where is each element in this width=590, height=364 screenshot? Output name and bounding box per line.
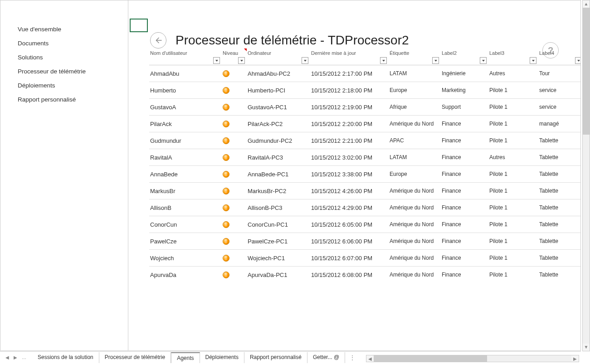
cell-label3: Pilote 1	[488, 82, 538, 99]
warning-level-icon: !	[223, 272, 229, 278]
sheet-tab[interactable]: Rapport personnalisé	[244, 352, 307, 363]
warning-level-icon: !	[223, 87, 229, 94]
table-row[interactable]: GustavoA ! GustavoA-PC1 10/15/2012 2:19:…	[149, 99, 580, 116]
cell-username: PilarAck	[149, 116, 222, 132]
table-row[interactable]: ConorCun ! ConorCun-PC1 10/15/2012 6:05:…	[149, 216, 580, 233]
table-row[interactable]: AllisonB ! AllisonB-PC3 10/15/2012 4:29:…	[149, 199, 580, 216]
column-label: Étiquette	[390, 50, 409, 56]
sheet-tab[interactable]: Processeur de télémétrie	[99, 352, 171, 363]
back-button[interactable]	[150, 32, 166, 49]
cell-label2: Finance	[441, 267, 488, 283]
tab-nav-next-icon[interactable]: ▶	[14, 355, 17, 360]
table-row[interactable]: AhmadAbu ! AhmadAbu-PC2 10/15/2012 2:17:…	[149, 65, 580, 82]
sidebar: Vue d'ensemble Documents Solutions Proce…	[0, 0, 128, 350]
cell-label3: Pilote 1	[488, 116, 538, 132]
filter-button[interactable]	[575, 57, 580, 64]
sidebar-item-deployments[interactable]: Déploiements	[0, 78, 128, 92]
cell-label4: Tablette	[538, 250, 580, 267]
table-row[interactable]: Gudmundur ! Gudmundur-PC2 10/15/2012 2:2…	[149, 132, 580, 149]
cell-username: PawelCze	[149, 233, 222, 250]
filter-button[interactable]	[380, 57, 387, 64]
cell-label2: Finance	[441, 149, 488, 166]
cell-etiquette: LATAM	[389, 65, 441, 82]
scroll-track[interactable]	[583, 8, 590, 344]
cell-computer: AhmadAbu-PC2	[247, 65, 310, 82]
more-tabs-button[interactable]: ⋮	[345, 353, 360, 363]
cell-updated: 10/15/2012 2:17:00 PM	[310, 65, 389, 82]
warning-level-icon: !	[223, 204, 229, 211]
column-label: Ordinateur	[248, 50, 271, 56]
scroll-thumb[interactable]	[583, 8, 590, 135]
warning-level-icon: !	[223, 70, 229, 77]
sidebar-item-overview[interactable]: Vue d'ensemble	[0, 22, 128, 36]
scroll-left-arrow-icon[interactable]: ◀	[366, 356, 374, 361]
cell-label3: Pilote 1	[488, 166, 538, 183]
table-row[interactable]: Wojciech ! Wojciech-PC1 10/15/2012 6:07:…	[149, 250, 580, 267]
scroll-thumb[interactable]	[374, 355, 487, 362]
table-row[interactable]: PilarAck ! PilarAck-PC2 10/15/2012 2:20:…	[149, 116, 580, 132]
cell-label2: Finance	[441, 216, 488, 233]
sheet-tab[interactable]: Déploiements	[200, 352, 244, 363]
cell-label4: service	[538, 99, 580, 116]
cell-label4: Tablette	[538, 233, 580, 250]
scroll-down-arrow-icon[interactable]: ▼	[583, 344, 590, 351]
cell-level: !	[222, 149, 247, 166]
vertical-scrollbar[interactable]: ▲ ▼	[582, 0, 590, 351]
filter-button[interactable]	[302, 57, 308, 64]
sidebar-item-documents[interactable]: Documents	[0, 36, 128, 50]
tab-nav-more-icon[interactable]: …	[22, 355, 27, 360]
scroll-right-arrow-icon[interactable]: ▶	[571, 356, 579, 361]
table-row[interactable]: PawelCze ! PawelCze-PC1 10/15/2012 6:06:…	[149, 233, 580, 250]
filter-button[interactable]	[530, 57, 536, 64]
cell-updated: 10/15/2012 2:18:00 PM	[310, 82, 389, 99]
horizontal-scrollbar[interactable]: ◀ ▶	[366, 355, 579, 362]
table-row[interactable]: MarkusBr ! MarkusBr-PC2 10/15/2012 4:26:…	[149, 183, 580, 199]
table-row[interactable]: AnnaBede ! AnnaBede-PC1 10/15/2012 3:38:…	[149, 166, 580, 183]
cell-label2: Marketing	[441, 82, 488, 99]
cell-label2: Finance	[441, 183, 488, 199]
sheet-tab[interactable]: Getter... @	[307, 352, 345, 363]
sheet-tab[interactable]: Agents	[171, 352, 200, 363]
cell-label4: Tablette	[538, 166, 580, 183]
warning-level-icon: !	[223, 255, 229, 262]
column-updated: Dernière mise à jour	[310, 49, 389, 65]
column-label: Label2	[442, 50, 457, 56]
cell-username: MarkusBr	[149, 183, 222, 199]
cell-etiquette: LATAM	[389, 149, 441, 166]
cell-updated: 10/15/2012 6:08:00 PM	[310, 267, 389, 283]
cell-username: AhmadAbu	[149, 65, 222, 82]
filter-button[interactable]	[213, 57, 220, 64]
cell-computer: PilarAck-PC2	[247, 116, 310, 132]
warning-level-icon: !	[223, 188, 229, 194]
tab-nav-prev-icon[interactable]: ◀	[5, 355, 9, 360]
table-row[interactable]: RavitalA ! RavitalA-PC3 10/15/2012 3:02:…	[149, 149, 580, 166]
table-row[interactable]: ApurvaDa ! ApurvaDa-PC1 10/15/2012 6:08:…	[149, 267, 580, 283]
cell-etiquette: Amérique du Nord	[389, 116, 441, 132]
cell-label3: Pilote 1	[488, 132, 538, 149]
column-label: Nom d'utilisateur	[150, 50, 187, 56]
cell-computer: Gudmundur-PC2	[247, 132, 310, 149]
scroll-up-arrow-icon[interactable]: ▲	[583, 0, 590, 8]
page-title: Processeur de télémétrie - TDProcessor2	[176, 33, 409, 48]
cell-label3: Pilote 1	[488, 233, 538, 250]
sheet-tab[interactable]: Sessions de la solution	[32, 352, 99, 363]
cell-etiquette: Amérique du Nord	[389, 233, 441, 250]
table-row[interactable]: Humberto ! Humberto-PCI 10/15/2012 2:18:…	[149, 82, 580, 99]
filter-button[interactable]	[432, 57, 439, 64]
sidebar-item-telemetry-processor[interactable]: Processeur de télémétrie	[0, 64, 128, 78]
sidebar-item-custom-report[interactable]: Rapport personnalisé	[0, 92, 128, 107]
cell-label4: managé	[538, 116, 580, 132]
cell-updated: 10/15/2012 4:29:00 PM	[310, 199, 389, 216]
cell-label4: Tablette	[538, 199, 580, 216]
filter-button[interactable]	[238, 57, 245, 64]
cell-updated: 10/15/2012 2:19:00 PM	[310, 99, 389, 116]
scroll-track[interactable]	[374, 355, 571, 362]
column-label: Label4	[539, 50, 554, 56]
warning-level-icon: !	[223, 121, 229, 127]
sidebar-item-solutions[interactable]: Solutions	[0, 50, 128, 64]
filter-button[interactable]	[480, 57, 487, 64]
cell-username: ConorCun	[149, 216, 222, 233]
cell-level: !	[222, 216, 247, 233]
cell-etiquette: Europe	[389, 82, 441, 99]
cell-level: !	[222, 250, 247, 267]
